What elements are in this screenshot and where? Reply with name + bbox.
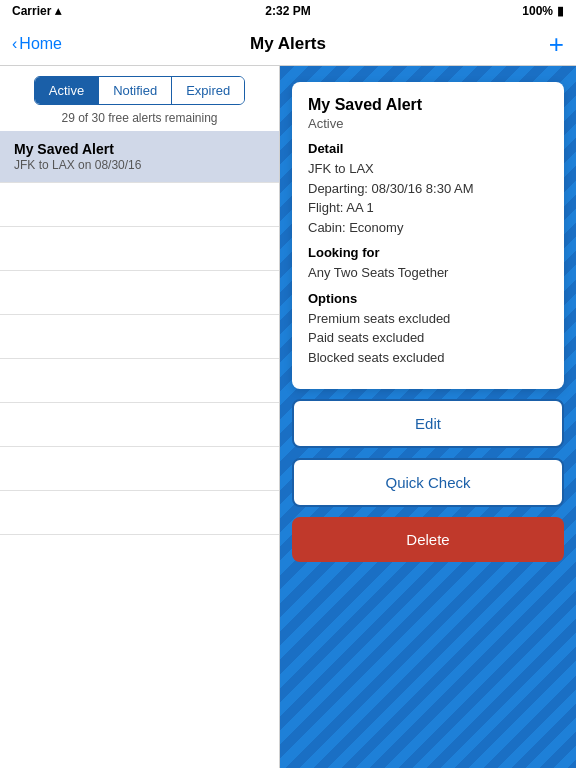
tab-notified[interactable]: Notified	[99, 77, 172, 104]
detail-line-3: Cabin: Economy	[308, 220, 403, 235]
chevron-left-icon: ‹	[12, 35, 17, 53]
tab-active[interactable]: Active	[35, 77, 99, 104]
delete-button[interactable]: Delete	[292, 517, 564, 562]
empty-row	[0, 447, 279, 491]
section-label-detail: Detail	[308, 141, 548, 156]
alert-item-title: My Saved Alert	[14, 141, 265, 157]
detail-title: My Saved Alert	[308, 96, 548, 114]
empty-row	[0, 183, 279, 227]
battery-icon: ▮	[557, 4, 564, 18]
section-value-options: Premium seats excluded Paid seats exclud…	[308, 309, 548, 368]
back-label: Home	[19, 35, 62, 53]
status-left: Carrier ▴	[12, 4, 61, 18]
detail-line-1: Departing: 08/30/16 8:30 AM	[308, 181, 474, 196]
alert-list: My Saved Alert JFK to LAX on 08/30/16	[0, 131, 279, 768]
section-label-looking: Looking for	[308, 245, 548, 260]
quick-check-button[interactable]: Quick Check	[292, 458, 564, 507]
segment-wrapper: Active Notified Expired	[0, 66, 279, 111]
alert-item-subtitle: JFK to LAX on 08/30/16	[14, 158, 265, 172]
empty-row	[0, 491, 279, 535]
list-item[interactable]: My Saved Alert JFK to LAX on 08/30/16	[0, 131, 279, 183]
wifi-icon: ▴	[55, 4, 61, 18]
edit-button[interactable]: Edit	[292, 399, 564, 448]
carrier-label: Carrier	[12, 4, 51, 18]
detail-card: My Saved Alert Active Detail JFK to LAX …	[292, 82, 564, 389]
options-line-0: Premium seats excluded	[308, 311, 450, 326]
right-panel: My Saved Alert Active Detail JFK to LAX …	[280, 66, 576, 768]
empty-row	[0, 227, 279, 271]
options-line-2: Blocked seats excluded	[308, 350, 445, 365]
segment-control: Active Notified Expired	[34, 76, 246, 105]
add-button[interactable]: +	[549, 31, 564, 57]
empty-row	[0, 403, 279, 447]
status-bar: Carrier ▴ 2:32 PM 100% ▮	[0, 0, 576, 22]
battery-label: 100%	[522, 4, 553, 18]
looking-line-0: Any Two Seats Together	[308, 265, 448, 280]
detail-line-0: JFK to LAX	[308, 161, 374, 176]
section-value-detail: JFK to LAX Departing: 08/30/16 8:30 AM F…	[308, 159, 548, 237]
alerts-remaining-text: 29 of 30 free alerts remaining	[0, 111, 279, 131]
tab-expired[interactable]: Expired	[172, 77, 244, 104]
back-button[interactable]: ‹ Home	[12, 35, 62, 53]
empty-row	[0, 359, 279, 403]
nav-bar: ‹ Home My Alerts +	[0, 22, 576, 66]
empty-row	[0, 315, 279, 359]
detail-line-2: Flight: AA 1	[308, 200, 374, 215]
options-line-1: Paid seats excluded	[308, 330, 424, 345]
main-layout: Active Notified Expired 29 of 30 free al…	[0, 66, 576, 768]
status-right: 100% ▮	[522, 4, 564, 18]
page-title: My Alerts	[250, 34, 326, 54]
status-time: 2:32 PM	[265, 4, 310, 18]
section-value-looking: Any Two Seats Together	[308, 263, 548, 283]
detail-status: Active	[308, 116, 548, 131]
empty-row	[0, 271, 279, 315]
section-label-options: Options	[308, 291, 548, 306]
left-panel: Active Notified Expired 29 of 30 free al…	[0, 66, 280, 768]
